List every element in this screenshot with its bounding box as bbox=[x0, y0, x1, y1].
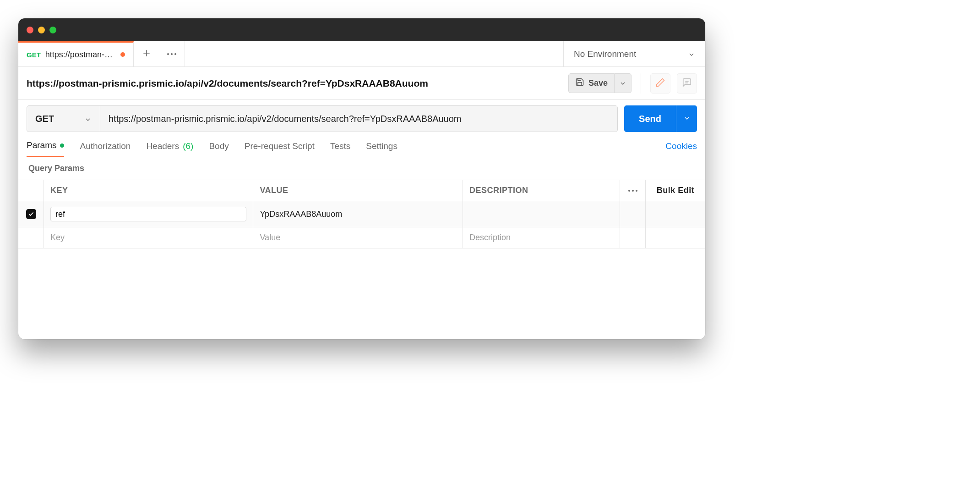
headers-count: (6) bbox=[183, 141, 193, 151]
save-button-group: Save bbox=[568, 73, 632, 93]
app-window: GET https://postman-prism No Environment… bbox=[18, 18, 705, 339]
pencil-icon bbox=[655, 77, 665, 89]
tab-headers[interactable]: Headers (6) bbox=[146, 141, 193, 157]
window-maximize-button[interactable] bbox=[49, 27, 56, 33]
tab-label: Authorization bbox=[80, 141, 131, 151]
row-spacer-cell bbox=[620, 201, 646, 227]
method-url-group: GET bbox=[27, 105, 618, 132]
tab-label: Headers bbox=[146, 141, 179, 151]
environment-selector[interactable]: No Environment bbox=[563, 41, 705, 66]
chevron-down-icon bbox=[688, 50, 695, 58]
comment-icon bbox=[682, 77, 692, 89]
param-key-placeholder: Key bbox=[50, 233, 65, 242]
row-value-cell[interactable]: Value bbox=[253, 227, 463, 248]
param-description-placeholder: Description bbox=[469, 233, 511, 242]
title-bar bbox=[18, 18, 705, 41]
request-header-row: https://postman-prismic.prismic.io/api/v… bbox=[18, 67, 705, 100]
tab-settings[interactable]: Settings bbox=[366, 141, 397, 157]
enable-param-checkbox[interactable] bbox=[26, 209, 36, 219]
table-row-empty: Key Value Description bbox=[18, 227, 705, 248]
row-value-cell[interactable]: YpDsxRAAAB8Auuom bbox=[253, 201, 463, 227]
url-bar-row: GET Send bbox=[18, 100, 705, 132]
tab-label: Settings bbox=[366, 141, 397, 151]
send-button[interactable]: Send bbox=[624, 105, 676, 132]
send-button-group: Send bbox=[624, 105, 697, 132]
tab-label: Tests bbox=[330, 141, 350, 151]
save-button[interactable]: Save bbox=[568, 73, 615, 93]
active-indicator-icon bbox=[60, 143, 64, 148]
tab-params[interactable]: Params bbox=[27, 140, 64, 157]
row-key-cell bbox=[44, 201, 253, 227]
http-method-selector[interactable]: GET bbox=[27, 106, 100, 132]
row-description-cell[interactable] bbox=[463, 201, 620, 227]
tab-authorization[interactable]: Authorization bbox=[80, 141, 131, 157]
row-spacer-cell-2 bbox=[646, 201, 705, 227]
query-params-header: Query Params bbox=[18, 157, 705, 180]
row-spacer-cell bbox=[620, 227, 646, 248]
request-name[interactable]: https://postman-prismic.prismic.io/api/v… bbox=[27, 78, 562, 89]
plus-icon bbox=[142, 49, 151, 60]
save-icon bbox=[575, 77, 584, 89]
col-key-header: KEY bbox=[44, 180, 253, 201]
tab-pre-request-script[interactable]: Pre-request Script bbox=[245, 141, 315, 157]
row-spacer-cell-2 bbox=[646, 227, 705, 248]
more-horizontal-icon bbox=[628, 190, 637, 192]
request-tab-label: https://postman-prism bbox=[45, 50, 114, 60]
chevron-down-icon bbox=[84, 115, 92, 122]
unsaved-indicator-icon bbox=[120, 52, 125, 57]
row-checkbox-cell bbox=[18, 227, 44, 248]
row-description-cell[interactable]: Description bbox=[463, 227, 620, 248]
chevron-down-icon bbox=[619, 80, 626, 87]
col-description-header: DESCRIPTION bbox=[463, 180, 620, 201]
table-header-row: KEY VALUE DESCRIPTION Bulk Edit bbox=[18, 180, 705, 201]
request-url-input[interactable] bbox=[100, 106, 617, 132]
param-value-text: YpDsxRAAAB8Auuom bbox=[260, 209, 342, 219]
row-checkbox-cell bbox=[18, 201, 44, 227]
more-horizontal-icon bbox=[167, 53, 176, 55]
request-subtabs: Params Authorization Headers (6) Body Pr… bbox=[18, 132, 705, 157]
environment-label: No Environment bbox=[574, 49, 636, 59]
tab-body[interactable]: Body bbox=[209, 141, 229, 157]
param-key-input[interactable] bbox=[50, 207, 246, 221]
new-tab-button[interactable] bbox=[134, 41, 159, 66]
save-button-label: Save bbox=[588, 78, 608, 88]
col-value-header: VALUE bbox=[253, 180, 463, 201]
chevron-down-icon bbox=[683, 115, 691, 123]
tab-label: Body bbox=[209, 141, 229, 151]
save-options-button[interactable] bbox=[615, 73, 632, 93]
cookies-link[interactable]: Cookies bbox=[665, 141, 697, 157]
row-key-cell[interactable]: Key bbox=[44, 227, 253, 248]
window-close-button[interactable] bbox=[27, 27, 33, 33]
http-method-label: GET bbox=[35, 114, 54, 124]
request-tab-method: GET bbox=[27, 51, 41, 59]
check-icon bbox=[28, 211, 34, 217]
request-tab[interactable]: GET https://postman-prism bbox=[18, 41, 134, 66]
col-checkbox bbox=[18, 180, 44, 201]
divider bbox=[641, 73, 641, 94]
tab-label: Params bbox=[27, 140, 56, 150]
column-options-button[interactable] bbox=[620, 180, 646, 201]
param-value-placeholder: Value bbox=[260, 233, 280, 242]
edit-button[interactable] bbox=[650, 73, 670, 94]
comments-button[interactable] bbox=[677, 73, 697, 94]
table-row: YpDsxRAAAB8Auuom bbox=[18, 201, 705, 227]
tab-overflow-button[interactable] bbox=[159, 41, 185, 66]
query-params-table: KEY VALUE DESCRIPTION Bulk Edit YpDsxRAA… bbox=[18, 180, 705, 248]
tab-strip: GET https://postman-prism No Environment bbox=[18, 41, 705, 67]
tab-label: Pre-request Script bbox=[245, 141, 315, 151]
tab-tests[interactable]: Tests bbox=[330, 141, 350, 157]
send-options-button[interactable] bbox=[676, 105, 697, 132]
bulk-edit-button[interactable]: Bulk Edit bbox=[646, 180, 705, 201]
window-minimize-button[interactable] bbox=[38, 27, 45, 33]
